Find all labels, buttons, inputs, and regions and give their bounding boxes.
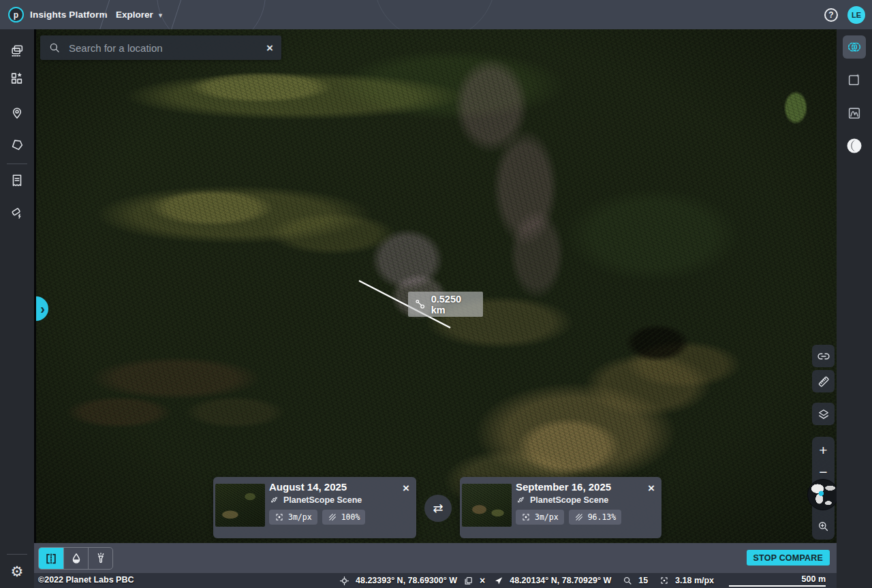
droplet-opacity-icon	[69, 552, 83, 566]
enhance-tool-button[interactable]	[88, 548, 112, 569]
layers-button[interactable]	[812, 403, 835, 425]
brand-title: Insights Platform	[30, 10, 108, 20]
scene-thumbnail[interactable]	[462, 484, 512, 527]
chevron-down-icon: ▾	[159, 10, 163, 19]
swap-scenes-button[interactable]: ⇄	[424, 495, 452, 522]
clear-percent-value: 96.13%	[588, 512, 617, 522]
zoom-level-magnifier-icon	[623, 576, 632, 585]
help-icon[interactable]: ?	[824, 8, 838, 22]
resolution-chip: 3m/px	[516, 510, 564, 525]
brand-home-link[interactable]: p Insights Platform	[8, 0, 108, 29]
zoom-control: + −	[812, 437, 835, 540]
hatch-fill-icon	[328, 512, 337, 522]
sidebar-item-places[interactable]	[0, 99, 34, 126]
right-rail	[837, 29, 872, 588]
measured-distance: 0.5250 km	[431, 294, 478, 315]
map-canvas[interactable]: Search for a location × › 0.5250 km	[34, 29, 837, 543]
resolution-icon	[275, 512, 284, 522]
flashlight-icon	[94, 552, 108, 566]
resolution-chip: 3m/px	[269, 510, 317, 525]
app-switcher-label: Explorer	[116, 10, 153, 20]
rail-divider	[7, 164, 27, 164]
scene-date: September 16, 2025	[516, 481, 655, 493]
planet-logo-icon: p	[8, 7, 24, 22]
hatch-fill-icon	[574, 512, 584, 522]
search-input[interactable]: Search for a location	[69, 42, 258, 54]
compare-scene-card-right: September 16, 2025 PlanetScope Scene	[460, 477, 661, 538]
measurement-label[interactable]: 0.5250 km	[408, 292, 483, 317]
swipe-compare-button-active[interactable]	[39, 548, 63, 569]
receipt-icon	[10, 173, 25, 188]
center-coordinates: 48.20134° N, 78.70929° W	[510, 576, 611, 585]
clear-percent-chip: 100%	[322, 510, 366, 525]
ruler-icon	[817, 375, 830, 388]
clear-percent-value: 100%	[341, 512, 360, 522]
histogram-button[interactable]	[837, 99, 872, 127]
measure-tool-button[interactable]	[812, 370, 835, 392]
topbar-arc-decoration	[373, 0, 496, 29]
zoom-level-value: 15	[638, 576, 648, 585]
chevron-right-icon: ›	[40, 302, 45, 315]
layers-icon	[817, 407, 830, 421]
sparkle-square-icon	[847, 72, 862, 87]
contrast-button[interactable]	[837, 132, 872, 159]
sidebar-item-areas-of-interest[interactable]	[0, 131, 34, 159]
route-distance-icon	[414, 298, 427, 311]
clear-coordinates-icon[interactable]: ×	[480, 575, 485, 586]
navigation-arrow-icon	[494, 576, 503, 585]
bottom-toolbar: STOP COMPARE	[34, 543, 837, 573]
histogram-icon	[847, 106, 862, 121]
browse-imagery-icon	[10, 44, 25, 59]
compare-circles-icon	[846, 39, 862, 55]
copy-icon[interactable]	[463, 576, 473, 586]
map-pin-icon	[10, 105, 25, 120]
avatar[interactable]: LE	[847, 6, 865, 24]
compare-mode-button-active[interactable]	[843, 35, 866, 59]
app-switcher-dropdown[interactable]: Explorer ▾	[116, 0, 162, 29]
sidebar-item-basemaps[interactable]	[0, 65, 34, 92]
scene-thumbnail[interactable]	[215, 484, 265, 527]
satellite-icon	[516, 495, 526, 505]
sidebar-item-orders[interactable]	[0, 167, 34, 194]
clear-search-icon[interactable]: ×	[266, 42, 273, 54]
close-icon[interactable]: ×	[648, 482, 655, 494]
scale-bar: 500 m	[729, 574, 826, 587]
compare-scene-card-left: August 14, 2025 PlanetScope Scene	[213, 477, 416, 538]
clear-percent-chip: 96.13%	[569, 510, 622, 525]
search-icon	[48, 42, 61, 54]
close-icon[interactable]: ×	[403, 482, 409, 494]
tag-lightning-icon	[10, 206, 25, 221]
resolution-value: 3m/px	[535, 512, 559, 522]
basemaps-grid-icon	[10, 71, 25, 86]
sidebar-item-tasking[interactable]	[0, 200, 34, 227]
opacity-tool-button[interactable]	[63, 548, 88, 569]
zoom-to-area-button[interactable]	[812, 516, 835, 536]
compare-tool-group	[38, 547, 113, 570]
stop-compare-button[interactable]: STOP COMPARE	[747, 550, 830, 566]
resolution-target-icon	[659, 576, 669, 585]
add-scene-button[interactable]	[837, 66, 872, 93]
scene-type: PlanetScope Scene	[530, 495, 608, 505]
insights-platform-app: p Insights Platform Explorer ▾ ? LE	[0, 0, 872, 588]
magnifier-plus-icon	[817, 520, 830, 533]
gear-icon: ⚙	[11, 564, 24, 578]
swipe-compare-icon	[44, 552, 58, 566]
left-rail: ⚙	[0, 29, 34, 588]
location-search-bar[interactable]: Search for a location ×	[40, 35, 281, 60]
settings-button[interactable]: ⚙	[0, 557, 34, 585]
zoom-in-button[interactable]: +	[812, 439, 835, 460]
swap-arrows-icon: ⇄	[433, 501, 443, 516]
pointer-coordinates: 48.23393° N, 78.69300° W	[356, 576, 457, 585]
rail-divider	[7, 554, 27, 555]
link-icon	[817, 350, 830, 363]
polygon-icon	[10, 138, 25, 153]
scene-date: August 14, 2025	[269, 481, 409, 493]
globe-view-button[interactable]	[807, 479, 837, 510]
share-link-button[interactable]	[812, 345, 835, 367]
sidebar-item-browse-imagery[interactable]	[0, 37, 34, 65]
scene-type: PlanetScope Scene	[283, 495, 362, 505]
resolution-icon	[521, 512, 531, 522]
status-bar: ©2022 Planet Labs PBC 48.23393° N, 78.69…	[34, 573, 837, 588]
map-attribution: ©2022 Planet Labs PBC	[38, 575, 134, 585]
crosshair-icon	[339, 576, 349, 586]
